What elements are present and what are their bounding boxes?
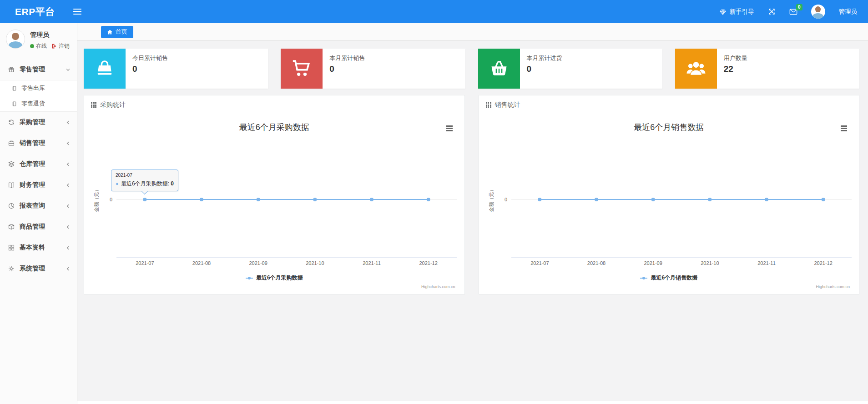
messages-button[interactable]: 0 [789, 8, 797, 15]
sidebar-item-finance[interactable]: 财务管理 [0, 175, 77, 195]
y-tick-label: 0 [504, 197, 507, 202]
tab-home[interactable]: 首页 [101, 26, 133, 38]
panel-header: 采购统计 [84, 95, 464, 115]
y-axis-title: 金额（元） [489, 187, 494, 212]
sidebar-item-retail-outbound[interactable]: 零售出库 [0, 80, 77, 96]
data-point[interactable] [595, 198, 598, 201]
user-name: 管理员 [30, 31, 70, 39]
guide-label: 新手引导 [730, 8, 754, 16]
shopping-cart-icon [291, 58, 312, 79]
data-point[interactable] [257, 198, 260, 201]
sidebar-item-warehouse[interactable]: 仓库管理 [0, 154, 77, 175]
chevron-left-icon [66, 120, 71, 125]
grid-icon [486, 102, 491, 108]
x-tick-label: 2021-07 [530, 260, 549, 266]
retail-submenu: 零售出库 零售退货 [0, 80, 77, 112]
data-point[interactable] [143, 198, 146, 201]
home-icon [107, 29, 113, 35]
sidebar-item-basic-data[interactable]: 基本资料 [0, 237, 77, 258]
data-point[interactable] [427, 198, 430, 201]
users-icon [686, 58, 707, 79]
stat-cards-row: 今日累计销售 0 本月累计销售 0 [84, 49, 859, 89]
panel-header: 销售统计 [479, 95, 859, 115]
chevron-left-icon [66, 224, 71, 229]
sidebar-item-goods[interactable]: 商品管理 [0, 216, 77, 237]
sales-chart: 最近6个月销售数据 最近6个月销售数据 Highcharts.com.cn 20… [479, 115, 859, 294]
grid-icon [91, 102, 96, 108]
x-tick-label: 2021-10 [701, 260, 719, 266]
online-status-label: 在线 [36, 42, 47, 50]
layers-icon [8, 160, 15, 168]
panel-title: 销售统计 [495, 101, 520, 109]
page-footer [77, 401, 868, 404]
sidebar: 管理员 在线 注销 [0, 23, 77, 404]
chevron-left-icon [66, 245, 71, 250]
briefcase-icon [8, 140, 15, 147]
stat-card-month-purchase[interactable]: 本月累计进货 0 [478, 49, 662, 89]
topbar: ERP平台 新手引导 0 管理员 [0, 0, 868, 23]
sidebar-toggle-icon[interactable] [73, 7, 81, 16]
stat-card-value: 0 [132, 64, 168, 74]
x-tick-label: 2021-09 [249, 260, 267, 266]
stat-card-value: 0 [527, 64, 562, 74]
guide-button[interactable]: 新手引导 [719, 8, 754, 16]
stat-card-month-sales[interactable]: 本月累计销售 0 [281, 49, 465, 89]
message-count-badge: 0 [796, 4, 802, 10]
chart-plot: 2021-072021-082021-092021-102021-112021-… [84, 115, 464, 294]
stat-card-label: 今日累计销售 [132, 54, 168, 62]
x-tick-label: 2021-08 [192, 260, 211, 266]
stat-card-label: 用户数量 [724, 54, 747, 62]
x-tick-label: 2021-07 [136, 260, 154, 266]
topbar-user-name[interactable]: 管理员 [839, 8, 858, 16]
dashboard: 今日累计销售 0 本月累计销售 0 [77, 41, 868, 401]
data-point[interactable] [765, 198, 768, 201]
data-point[interactable] [538, 198, 541, 201]
user-avatar[interactable] [6, 30, 25, 49]
data-point[interactable] [821, 198, 825, 201]
shopping-bag-icon [95, 59, 115, 79]
data-point[interactable] [200, 198, 203, 201]
x-tick-label: 2021-11 [363, 260, 381, 266]
avatar[interactable] [811, 5, 825, 19]
chevron-down-icon [66, 67, 71, 72]
chevron-left-icon [66, 204, 71, 209]
sidebar-menu: 零售管理 零售出库 零售退货 [0, 59, 77, 279]
purchase-chart: 最近6个月采购数据 最近6个月采购数据 Highcharts.com.cn 20… [84, 115, 464, 294]
sidebar-item-reports[interactable]: 报表查询 [0, 195, 77, 216]
online-status-icon [30, 44, 34, 48]
app-brand: ERP平台 [0, 5, 55, 18]
y-tick-label: 0 [110, 197, 112, 202]
sidebar-item-purchase[interactable]: 采购管理 [0, 112, 77, 133]
chevron-left-icon [66, 162, 71, 167]
box-icon [8, 223, 15, 230]
sidebar-item-retail[interactable]: 零售管理 [0, 59, 77, 80]
stat-card-value: 0 [329, 64, 365, 74]
chevron-left-icon [66, 183, 71, 188]
fullscreen-icon[interactable] [768, 8, 776, 15]
chart-plot: 2021-072021-082021-092021-102021-112021-… [479, 115, 859, 294]
data-point[interactable] [651, 198, 655, 201]
panel-title: 采购统计 [100, 101, 126, 109]
chart-panels-row: 采购统计 最近6个月采购数据 最近6个月采购数据 Highcharts.com.… [84, 95, 859, 294]
chevron-left-icon [66, 141, 71, 146]
data-point[interactable] [313, 198, 317, 201]
data-point[interactable] [370, 198, 373, 201]
stat-card-value: 22 [724, 64, 747, 74]
gem-icon [719, 8, 727, 15]
topbar-right: 新手引导 0 管理员 [719, 5, 868, 19]
document-icon [11, 101, 17, 107]
sidebar-item-retail-return[interactable]: 零售退货 [0, 96, 77, 111]
sidebar-user-block: 管理员 在线 注销 [0, 23, 77, 55]
x-tick-label: 2021-11 [757, 260, 776, 266]
exchange-icon [8, 119, 15, 126]
sidebar-item-sales[interactable]: 销售管理 [0, 133, 77, 154]
data-point[interactable] [708, 198, 712, 201]
stat-card-user-count[interactable]: 用户数量 22 [675, 49, 859, 89]
logout-button[interactable]: 注销 [51, 42, 70, 50]
chevron-left-icon [66, 266, 71, 271]
sidebar-item-system[interactable]: 系统管理 [0, 258, 77, 279]
y-axis-title: 金额（元） [94, 187, 99, 212]
stat-card-today-sales[interactable]: 今日累计销售 0 [84, 49, 268, 89]
pie-chart-icon [8, 202, 15, 209]
content-area: 首页 今日累计销售 0 [77, 23, 868, 404]
